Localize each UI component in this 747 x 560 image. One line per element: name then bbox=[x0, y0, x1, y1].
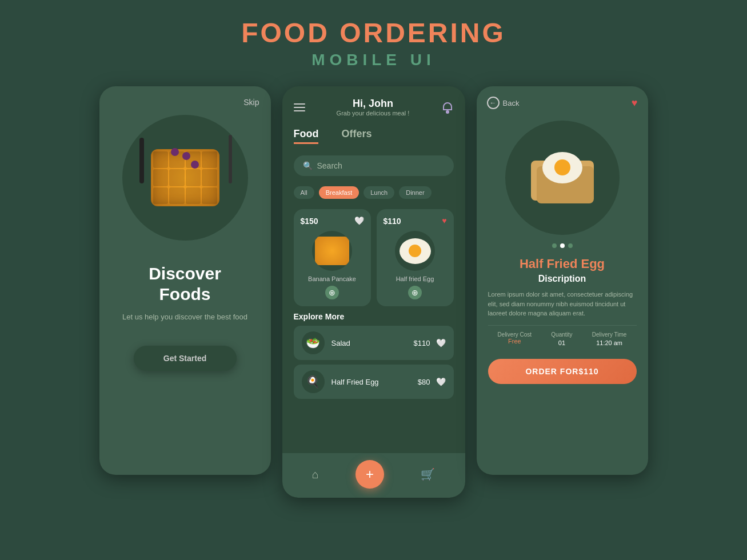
fried-egg-price: $80 bbox=[418, 378, 430, 386]
page-header: FOOD ORDERING MOBILE UI bbox=[241, 17, 506, 69]
delivery-time-value: 11:20 am bbox=[592, 339, 627, 346]
dot-2-active bbox=[560, 243, 565, 248]
discover-title: Discover Foods bbox=[99, 263, 271, 305]
quantity-value: 01 bbox=[551, 339, 572, 346]
featured-cards: $150 🤍 Banana Pancake ⊕ $110 ♥ Half frie… bbox=[282, 203, 465, 312]
menu-icon[interactable] bbox=[294, 103, 305, 111]
back-label: Back bbox=[503, 99, 520, 107]
salad-name: Salad bbox=[331, 339, 414, 347]
egg-name: Half fried Egg bbox=[384, 275, 447, 282]
delivery-cost-label: Delivery Cost bbox=[498, 331, 532, 338]
page-subtitle: MOBILE UI bbox=[241, 51, 506, 69]
notification-bell-icon[interactable] bbox=[441, 101, 454, 114]
screens-container: Skip Discover Foods Let us help you di bbox=[99, 86, 648, 498]
delivery-time-label: Delivery Time bbox=[592, 331, 627, 338]
quantity-label: Quantity bbox=[551, 331, 572, 338]
food-plate bbox=[122, 115, 248, 241]
order-details: Delivery Cost Free Quantity 01 Delivery … bbox=[488, 325, 637, 352]
pancake-heart-icon[interactable]: 🤍 bbox=[354, 216, 364, 225]
search-bar[interactable]: 🔍 Search bbox=[294, 155, 454, 176]
detail-header: ← Back ♥ bbox=[477, 86, 648, 115]
back-arrow-icon: ← bbox=[487, 97, 500, 109]
category-dinner[interactable]: Dinner bbox=[399, 186, 431, 199]
list-item-salad[interactable]: 🥗 Salad $110 🤍 bbox=[294, 326, 454, 360]
category-lunch[interactable]: Lunch bbox=[363, 186, 394, 199]
greeting-name: Hi, John bbox=[337, 98, 410, 110]
category-breakfast[interactable]: Breakfast bbox=[319, 186, 359, 199]
egg-heart-icon[interactable]: ♥ bbox=[442, 216, 446, 225]
featured-card-egg[interactable]: $110 ♥ Half fried Egg ⊕ bbox=[377, 209, 454, 306]
screen-detail: ← Back ♥ Half Fried Egg Discription Lore… bbox=[477, 86, 648, 475]
get-started-button[interactable]: Get Started bbox=[134, 346, 237, 371]
delivery-time-item: Delivery Time 11:20 am bbox=[592, 331, 627, 346]
nav-add-button[interactable]: + bbox=[355, 460, 384, 489]
search-icon: 🔍 bbox=[303, 161, 313, 170]
detail-food-plate bbox=[505, 121, 620, 235]
home-header: Hi, John Grab your delicious meal ! bbox=[282, 86, 465, 122]
greeting: Hi, John Grab your delicious meal ! bbox=[337, 98, 410, 117]
egg-price: $110 bbox=[384, 217, 401, 226]
food-title: Half Fried Egg bbox=[477, 257, 648, 271]
favorite-heart-icon[interactable]: ♥ bbox=[632, 97, 638, 109]
pancake-image bbox=[312, 231, 352, 271]
salad-price: $110 bbox=[414, 339, 430, 347]
delivery-cost-value: Free bbox=[498, 338, 532, 345]
fried-egg-name: Half Fried Egg bbox=[331, 378, 418, 386]
knife-icon bbox=[229, 135, 232, 183]
discover-subtitle: Let us help you discover the best food bbox=[99, 311, 271, 323]
explore-label: Explore More bbox=[282, 312, 465, 326]
category-all[interactable]: All bbox=[294, 186, 314, 199]
egg-add-button[interactable]: ⊕ bbox=[408, 286, 422, 299]
fried-egg-heart-icon[interactable]: 🤍 bbox=[436, 377, 446, 386]
screen-discover: Skip Discover Foods Let us help you di bbox=[99, 86, 271, 475]
nav-home-icon[interactable]: ⌂ bbox=[312, 468, 319, 481]
delivery-cost-item: Delivery Cost Free bbox=[498, 331, 532, 346]
screen-home: Hi, John Grab your delicious meal ! Food… bbox=[282, 86, 465, 498]
page-title: FOOD ORDERING bbox=[241, 17, 506, 49]
featured-card-pancake[interactable]: $150 🤍 Banana Pancake ⊕ bbox=[294, 209, 371, 306]
nav-cart-icon[interactable]: 🛒 bbox=[421, 467, 435, 481]
tabs: Food Offers bbox=[282, 122, 465, 150]
quantity-item: Quantity 01 bbox=[551, 331, 572, 346]
tab-offers[interactable]: Offers bbox=[341, 128, 371, 144]
food-description: Lorem ipsum dolor sit amet, consectetuer… bbox=[488, 290, 637, 318]
dot-3 bbox=[568, 243, 573, 248]
fried-egg-thumbnail: 🍳 bbox=[302, 370, 325, 393]
bottom-nav: ⌂ + 🛒 bbox=[282, 453, 465, 498]
pancake-price: $150 bbox=[301, 217, 318, 226]
salad-heart-icon[interactable]: 🤍 bbox=[436, 338, 446, 347]
back-button[interactable]: ← Back bbox=[487, 97, 520, 109]
search-placeholder: Search bbox=[317, 161, 342, 170]
dot-1 bbox=[552, 243, 557, 248]
waffle-image bbox=[139, 138, 231, 218]
egg-toast-image bbox=[522, 143, 602, 212]
image-dots-indicator bbox=[477, 243, 648, 248]
greeting-subtitle: Grab your delicious meal ! bbox=[337, 110, 410, 117]
pancake-add-button[interactable]: ⊕ bbox=[325, 286, 339, 299]
order-button[interactable]: ORDER FOR$110 bbox=[488, 359, 637, 384]
category-chips: All Breakfast Lunch Dinner bbox=[282, 182, 465, 203]
tab-food[interactable]: Food bbox=[294, 128, 319, 144]
list-item-fried-egg[interactable]: 🍳 Half Fried Egg $80 🤍 bbox=[294, 365, 454, 399]
egg-image bbox=[395, 231, 435, 271]
skip-button[interactable]: Skip bbox=[243, 98, 259, 107]
salad-thumbnail: 🥗 bbox=[302, 331, 325, 354]
food-subtitle: Discription bbox=[477, 274, 648, 284]
pancake-name: Banana Pancake bbox=[301, 275, 364, 282]
